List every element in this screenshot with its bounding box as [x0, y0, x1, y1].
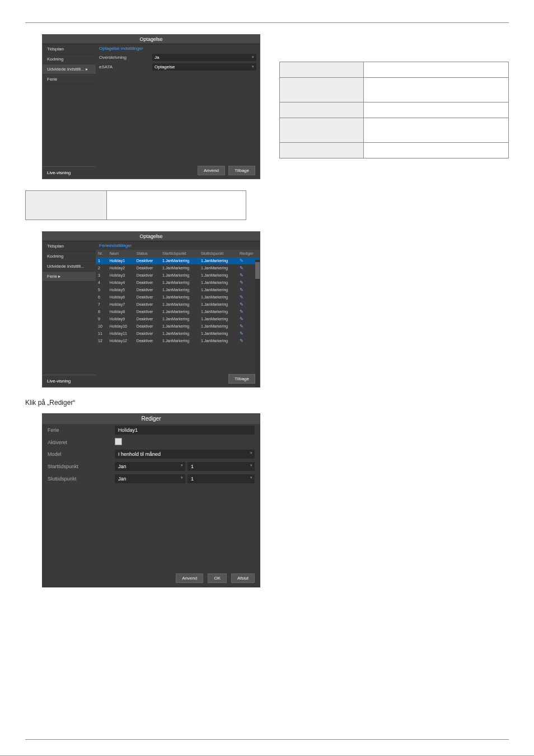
edit-icon[interactable]: ✎: [240, 265, 243, 270]
sidebar-item-udvidede[interactable]: Udvidede indstilli...: [43, 262, 96, 272]
sidebar-item-tidsplan[interactable]: Tidsplan: [43, 241, 96, 251]
content-area: Optagelse indstillinger Overskrivning Ja…: [96, 44, 260, 179]
table-row[interactable]: 5Holiday5Deaktiver1.JanMarkering1.JanMar…: [96, 286, 260, 293]
ferie-label: Ferie: [48, 427, 115, 433]
sidebar-item-kodning[interactable]: Kodning: [43, 54, 96, 64]
chevron-down-icon: ▾: [250, 451, 252, 455]
edit-icon[interactable]: ✎: [240, 338, 243, 343]
edit-icon[interactable]: ✎: [240, 331, 243, 336]
table-row[interactable]: 10Holiday10Deaktiver1.JanMarkering1.JanM…: [96, 323, 260, 330]
ferie-input[interactable]: Holiday1: [115, 426, 255, 435]
edit-icon[interactable]: ✎: [240, 287, 243, 292]
desc-label-1: [280, 78, 364, 102]
screenshot-holiday-list: Optagelse Tidsplan Kodning Udvidede inds…: [42, 231, 260, 388]
model-select[interactable]: I henhold til måned ▾: [115, 450, 255, 459]
end-month-select[interactable]: Jan ▾: [115, 474, 185, 483]
desc-value-0: [364, 62, 509, 78]
desc-label-4: [280, 143, 364, 158]
tab-optagelse-indstillinger[interactable]: Optagelse indstillinger: [96, 44, 260, 53]
apply-button[interactable]: Anvend: [198, 166, 225, 175]
edit-icon[interactable]: ✎: [240, 309, 243, 314]
overwrite-label: Overskrivning: [99, 55, 152, 60]
cell-start: 1.JanMarkering: [160, 301, 199, 308]
chevron-down-icon: ▾: [252, 64, 254, 69]
edit-icon[interactable]: ✎: [240, 295, 243, 300]
table-row[interactable]: 2Holiday2Deaktiver1.JanMarkering1.JanMar…: [96, 264, 260, 272]
start-month-select[interactable]: Jan ▾: [115, 462, 185, 471]
cell-name: Holiday12: [107, 337, 134, 344]
esata-select[interactable]: Optagelse ▾: [152, 63, 256, 71]
end-month-value: Jan: [118, 476, 127, 482]
table-row[interactable]: 8Holiday8Deaktiver1.JanMarkering1.JanMar…: [96, 308, 260, 315]
cell-status: Deaktiver: [134, 301, 160, 308]
cell-start: 1.JanMarkering: [160, 323, 199, 330]
edit-icon[interactable]: ✎: [240, 280, 243, 285]
cell-start: 1.JanMarkering: [160, 293, 199, 301]
sidebar-item-udvidede[interactable]: Udvidede indstilli... ▸: [43, 64, 96, 74]
cell-status: Deaktiver: [134, 337, 160, 344]
table-row[interactable]: 1Holiday1Deaktiver1.JanMarkering1.JanMar…: [96, 257, 260, 264]
edit-icon[interactable]: ✎: [240, 258, 243, 263]
table-row[interactable]: 7Holiday7Deaktiver1.JanMarkering1.JanMar…: [96, 301, 260, 308]
description-table: [279, 62, 509, 158]
apply-button[interactable]: Anvend: [176, 573, 203, 583]
cell-end: 1.JanMarkering: [199, 293, 237, 301]
cell-nr: 3: [96, 272, 107, 279]
tab-ferieindstillinger[interactable]: Ferieindstillinger: [96, 241, 260, 250]
cell-nr: 2: [96, 264, 107, 272]
start-month-value: Jan: [118, 464, 127, 469]
chevron-down-icon: ▾: [250, 463, 252, 468]
sidebar-item-tidsplan[interactable]: Tidsplan: [43, 44, 96, 54]
cell-nr: 5: [96, 286, 107, 293]
cell-name: Holiday2: [107, 264, 134, 272]
cell-name: Holiday11: [107, 330, 134, 337]
cell-nr: 9: [96, 315, 107, 323]
edit-icon[interactable]: ✎: [240, 302, 243, 307]
edit-icon[interactable]: ✎: [240, 316, 243, 321]
table-row[interactable]: 9Holiday9Deaktiver1.JanMarkering1.JanMar…: [96, 315, 260, 323]
cell-start: 1.JanMarkering: [160, 315, 199, 323]
live-view-button[interactable]: Live-visning: [43, 166, 96, 179]
cell-end: 1.JanMarkering: [199, 323, 237, 330]
cell-start: 1.JanMarkering: [160, 330, 199, 337]
cell-status: Deaktiver: [134, 257, 160, 264]
table-row[interactable]: 12Holiday12Deaktiver1.JanMarkering1.JanM…: [96, 337, 260, 344]
overwrite-select[interactable]: Ja ▾: [152, 54, 256, 61]
sidebar-item-ferie[interactable]: Ferie ▸: [43, 272, 96, 282]
cell-start: 1.JanMarkering: [160, 279, 199, 286]
overwrite-value: Ja: [154, 55, 159, 60]
cell-start: 1.JanMarkering: [160, 308, 199, 315]
content-area: Ferieindstillinger Nr. Navn Status Start…: [96, 241, 260, 387]
cell-end: 1.JanMarkering: [199, 330, 237, 337]
single-value: [107, 191, 246, 220]
col-edit: Rediger: [237, 250, 260, 257]
scrollbar[interactable]: [255, 260, 260, 387]
back-button[interactable]: Tilbage: [228, 166, 255, 175]
start-day-select[interactable]: 1 ▾: [188, 462, 255, 471]
col-status: Status: [134, 250, 160, 257]
desc-label-0: [280, 62, 364, 78]
table-row[interactable]: 11Holiday11Deaktiver1.JanMarkering1.JanM…: [96, 330, 260, 337]
table-row[interactable]: 6Holiday6Deaktiver1.JanMarkering1.JanMar…: [96, 293, 260, 301]
cell-end: 1.JanMarkering: [199, 308, 237, 315]
end-day-select[interactable]: 1 ▾: [188, 474, 255, 483]
cell-nr: 10: [96, 323, 107, 330]
scrollbar-thumb[interactable]: [255, 262, 260, 279]
table-row[interactable]: 4Holiday4Deaktiver1.JanMarkering1.JanMar…: [96, 279, 260, 286]
cell-nr: 1: [96, 257, 107, 264]
aktiveret-label: Aktiveret: [48, 440, 115, 445]
edit-icon[interactable]: ✎: [240, 273, 243, 278]
edit-icon[interactable]: ✎: [240, 324, 243, 329]
live-view-button[interactable]: Live-visning: [43, 375, 96, 387]
aktiveret-checkbox[interactable]: [115, 438, 122, 445]
chevron-down-icon: ▾: [250, 475, 252, 480]
back-button[interactable]: Tilbage: [228, 374, 255, 384]
close-button[interactable]: Afslut: [231, 573, 255, 583]
ok-button[interactable]: OK: [208, 573, 227, 583]
cell-status: Deaktiver: [134, 308, 160, 315]
holiday-table: Nr. Navn Status Starttidspunkt Sluttidsp…: [96, 250, 260, 344]
sidebar-item-ferie[interactable]: Ferie: [43, 74, 96, 85]
table-row[interactable]: 3Holiday3Deaktiver1.JanMarkering1.JanMar…: [96, 272, 260, 279]
sidebar-item-kodning[interactable]: Kodning: [43, 251, 96, 262]
single-label: [26, 191, 107, 220]
